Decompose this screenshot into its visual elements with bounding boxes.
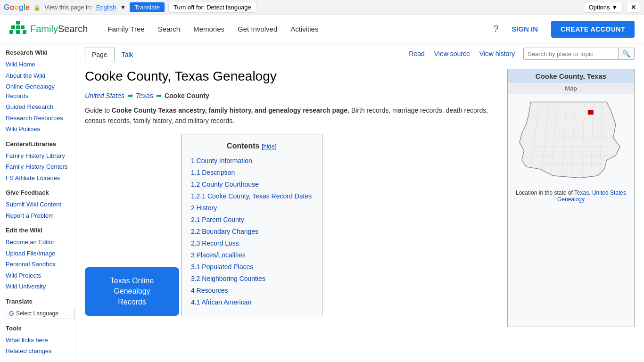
nav-activities[interactable]: Activities [285,21,324,37]
sidebar-item-fhl[interactable]: Family History Library [6,150,75,162]
sidebar-item-related-changes[interactable]: Related changes [6,346,75,357]
sidebar-item-projects[interactable]: Wiki Projects [6,270,75,281]
list-item: 4 Resources [191,285,313,296]
sidebar-item-about[interactable]: About the Wiki [6,70,75,82]
svg-rect-2 [16,25,20,29]
contents-link[interactable]: 3.1 Populated Places [191,263,253,271]
contents-link[interactable]: 1.2 County Courthouse [191,181,259,188]
sidebar-item-fhc[interactable]: Family History Centers [6,161,75,173]
svg-rect-5 [16,30,20,34]
translate-close-button[interactable]: ✕ [627,2,640,13]
contents-label: Contents [227,142,259,150]
nav-memories[interactable]: Memories [188,21,230,37]
texas-btn-line2: Records [99,297,165,307]
tab-actions: Read View source View history 🔍 [404,47,635,60]
contents-link[interactable]: 3.2 Neighboring Counties [191,275,265,282]
turnoff-button[interactable]: Turn off for: Detect language [168,2,256,13]
action-view-source[interactable]: View source [429,47,475,60]
sidebar-item-upload[interactable]: Upload File/Image [6,248,75,259]
sidebar-item-wiki-home[interactable]: Wiki Home [6,59,75,70]
list-item: 1 County Information [191,155,313,167]
sidebar-item-university[interactable]: Wiki University [6,281,75,292]
contents-link[interactable]: 2.2 Boundary Changes [191,228,258,235]
options-button[interactable]: Options ▼ [584,2,623,13]
contents-link[interactable]: 2.1 Parent County [191,216,244,223]
sidebar-item-report[interactable]: Report a Problem [6,210,75,222]
contents-link[interactable]: 1.1 Description [191,169,235,176]
list-item: 3.1 Populated Places [191,261,313,273]
sidebar-item-guided[interactable]: Guided Research [6,101,75,113]
article-main: Cooke County, Texas Genealogy United Sta… [85,69,498,327]
breadcrumb-us[interactable]: United States [85,92,124,99]
sidebar-item-become-editor[interactable]: Become an Editor [6,237,75,248]
infobox-map-container [508,94,634,188]
sidebar-item-what-links[interactable]: What links here [6,335,75,346]
translate-button[interactable]: Translate [130,2,165,12]
list-item: 1.2 County Courthouse [191,179,313,190]
main-header: FamilySearch Family Tree Search Memories… [0,15,644,43]
contents-link[interactable]: 2.3 Record Loss [191,239,239,247]
google-translate-widget[interactable]: G Select Language [6,308,75,319]
header-right: ? SIGN IN CREATE ACCOUNT [493,21,635,38]
contents-link[interactable]: 1 County Information [191,157,252,165]
texas-map-svg [514,98,627,182]
breadcrumb-tx[interactable]: Texas [136,92,153,99]
intro-text-prefix: Guide to [85,107,112,114]
contents-link[interactable]: 3 Places/Localities [191,251,246,259]
centers-title: Centers/Libraries [6,140,75,148]
contents-box: Contents [hide] 1 County Information 1.1… [181,134,322,316]
translate-bar: Google 🔒 View this page in: English▼ Tra… [0,0,644,15]
wiki-search-button[interactable]: 🔍 [618,48,634,59]
sign-in-button[interactable]: SIGN IN [506,21,544,37]
wiki-search-input[interactable] [524,49,618,59]
texas-records-button[interactable]: Texas Online Genealogy Records [85,267,179,316]
tab-talk[interactable]: Talk [115,48,140,61]
list-item: 1.1 Description [191,167,313,179]
sidebar-item-submit[interactable]: Submit Wiki Content [6,199,75,210]
infobox-title: Cooke County, Texas [508,69,634,83]
sidebar-item-policies[interactable]: Wiki Policies [6,123,75,135]
sidebar-item-sandbox[interactable]: Personal Sandbox [6,259,75,270]
svg-rect-6 [23,30,26,34]
infobox-map-label: Map [508,83,634,94]
breadcrumb-arrow-2: ➡ [156,92,162,99]
article-body: Cooke County, Texas Genealogy United Sta… [85,69,635,327]
google-logo: Google [4,3,30,12]
list-item: 2.2 Boundary Changes [191,226,313,238]
create-account-button[interactable]: CREATE ACCOUNT [551,21,635,38]
svg-rect-4 [9,30,13,34]
page-layout: Research Wiki Wiki Home About the Wiki O… [0,43,644,362]
sidebar-item-online-records[interactable]: Online Genealogy Records [6,81,75,101]
tab-page[interactable]: Page [85,48,115,61]
list-item: 3.2 Neighboring Counties [191,273,313,285]
nav-search[interactable]: Search [152,21,186,37]
nav-family-tree[interactable]: Family Tree [102,21,150,37]
contents-hide-link[interactable]: [hide] [262,143,277,150]
svg-rect-3 [21,25,25,29]
help-icon[interactable]: ? [493,24,498,34]
main-nav: Family Tree Search Memories Get Involved… [102,21,493,37]
logo-link[interactable]: FamilySearch [9,21,88,38]
contents-link[interactable]: 1.2.1 Cooke County, Texas Record Dates [191,192,312,200]
action-view-history[interactable]: View history [475,47,520,60]
list-item: 3 Places/Localities [191,249,313,261]
list-item: 4.1 African American [191,296,313,308]
nav-get-involved[interactable]: Get Involved [232,21,283,37]
language-link[interactable]: English [96,4,116,11]
google-g-icon: G [9,310,14,317]
contents-link[interactable]: 4.1 African American [191,298,251,306]
breadcrumb-county: Cooke County [165,92,209,99]
edit-title: Edit the Wiki [6,227,75,234]
main-content: Page Talk Read View source View history … [75,43,644,362]
page-tabs: Page Talk Read View source View history … [85,43,635,61]
contents-link[interactable]: 2 History [191,204,217,212]
list-item: 2.3 Record Loss [191,238,313,249]
sidebar-item-resources[interactable]: Research Resources [6,113,75,124]
lock-icon: 🔒 [33,4,41,11]
contents-list: 1 County Information 1.1 Description 1.2… [191,155,313,308]
contents-link[interactable]: 4 Resources [191,287,228,294]
sidebar-item-fs-affiliate[interactable]: FS Affiliate Libraries [6,173,75,184]
action-read[interactable]: Read [404,47,429,60]
article-title: Cooke County, Texas Genealogy [85,69,498,86]
infobox-caption-tx-link[interactable]: Texas [574,189,589,196]
